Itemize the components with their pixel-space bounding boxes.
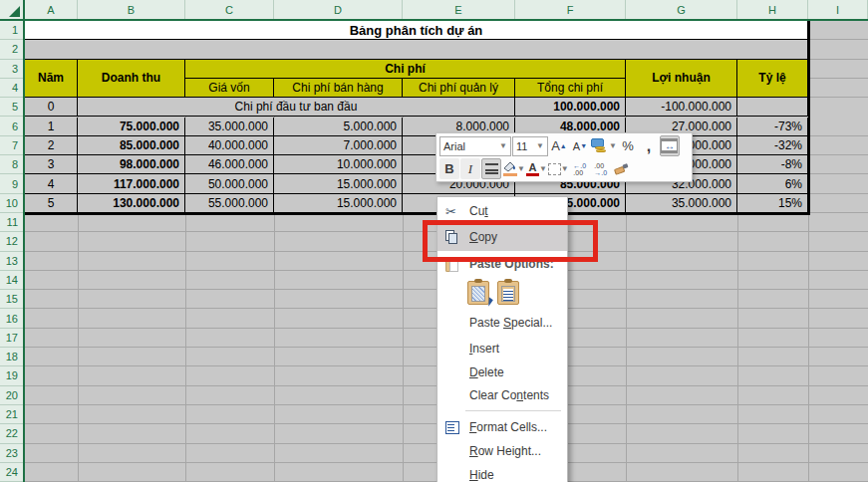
row-header-11[interactable]: 11: [0, 213, 23, 232]
column-header-E[interactable]: E: [403, 0, 515, 19]
table-cell[interactable]: 10.000.000: [274, 155, 403, 174]
row-header-12[interactable]: 12: [0, 232, 23, 251]
font-color-button[interactable]: A ▼: [526, 158, 547, 179]
row-header-20[interactable]: 20: [0, 386, 23, 405]
fill-color-button[interactable]: ▼: [502, 158, 525, 179]
table-spacer-row[interactable]: [25, 40, 808, 59]
menu-item-format-cells[interactable]: Format Cells...: [437, 415, 567, 439]
row-header-17[interactable]: 17: [0, 329, 23, 348]
header-cell-ratio[interactable]: Tỷ lệ: [737, 60, 808, 99]
header-cell-year[interactable]: Năm: [25, 60, 78, 99]
paste-button[interactable]: [497, 281, 519, 305]
row-header-23[interactable]: 23: [0, 444, 23, 463]
shrink-font-button[interactable]: A▼: [570, 135, 590, 156]
font-size-select[interactable]: 11 ▼: [512, 136, 548, 156]
middle-align-button[interactable]: [481, 158, 501, 179]
cell-initial-ratio-empty[interactable]: [737, 98, 808, 117]
column-header-B[interactable]: B: [78, 0, 185, 19]
table-cell[interactable]: 2: [25, 136, 78, 155]
column-header-G[interactable]: G: [626, 0, 737, 19]
font-name-select[interactable]: Arial ▼: [439, 136, 511, 156]
cell-initial-total-cost[interactable]: 100.000.000: [515, 98, 626, 117]
table-cell[interactable]: 40.000.000: [185, 136, 274, 155]
row-header-21[interactable]: 21: [0, 405, 23, 424]
italic-button[interactable]: I: [460, 158, 480, 179]
table-cell[interactable]: 55.000.000: [185, 194, 274, 213]
row-header-10[interactable]: 10: [0, 194, 23, 213]
row-header-9[interactable]: 9: [0, 174, 23, 193]
header-cell-admin-cost[interactable]: Chi phí quản lý: [403, 79, 515, 98]
cell-initial-cost-label[interactable]: Chi phí đầu tư ban đầu: [78, 98, 515, 117]
row-header-1[interactable]: 1: [0, 21, 23, 40]
table-cell[interactable]: 35.000.000: [185, 118, 274, 136]
menu-item-delete[interactable]: Delete: [437, 361, 567, 384]
percent-style-button[interactable]: %: [618, 135, 638, 156]
table-cell[interactable]: 85.000.000: [78, 136, 185, 155]
row-header-5[interactable]: 5: [0, 98, 23, 117]
select-all-corner[interactable]: [0, 0, 25, 21]
table-cell[interactable]: 6%: [737, 174, 808, 193]
borders-button[interactable]: ▼: [548, 158, 569, 179]
column-header-D[interactable]: D: [274, 0, 403, 19]
table-cell[interactable]: 15.000.000: [274, 174, 403, 193]
row-header-8[interactable]: 8: [0, 155, 23, 174]
table-cell[interactable]: 3: [25, 155, 78, 174]
table-cell[interactable]: 98.000.000: [78, 155, 185, 174]
menu-item-row-height[interactable]: Row Height...: [437, 439, 567, 463]
row-header-2[interactable]: 2: [0, 40, 23, 59]
menu-item-hide[interactable]: Hide: [437, 463, 567, 482]
table-cell[interactable]: 5: [25, 194, 78, 213]
table-cell[interactable]: 50.000.000: [185, 174, 274, 193]
table-cell[interactable]: 4: [25, 174, 78, 193]
bold-button[interactable]: B: [439, 158, 459, 179]
decrease-decimal-button[interactable]: .00 →.0: [591, 158, 611, 179]
header-cell-cogs[interactable]: Giá vốn: [185, 79, 274, 98]
menu-item-paste-special[interactable]: Paste Special...: [437, 309, 567, 337]
row-header-18[interactable]: 18: [0, 348, 23, 366]
row-header-19[interactable]: 19: [0, 366, 23, 385]
column-header-H[interactable]: H: [737, 0, 808, 19]
header-cell-cost-group[interactable]: Chi phí: [185, 60, 626, 79]
row-header-15[interactable]: 15: [0, 290, 23, 309]
accounting-format-button[interactable]: ▼: [591, 135, 617, 156]
menu-item-clear-contents[interactable]: Clear Contents: [437, 384, 567, 406]
autofit-button[interactable]: ↔: [660, 135, 680, 156]
row-header-7[interactable]: 7: [0, 136, 23, 155]
table-cell[interactable]: -32%: [737, 136, 808, 155]
comma-style-button[interactable]: ,: [639, 135, 659, 156]
table-cell[interactable]: 15%: [737, 194, 808, 213]
row-header-4[interactable]: 4: [0, 79, 23, 98]
header-cell-total-cost[interactable]: Tổng chi phí: [515, 79, 626, 98]
column-header-F[interactable]: F: [515, 0, 626, 19]
table-cell[interactable]: -8%: [737, 155, 808, 174]
table-title-cell[interactable]: Bảng phân tích dự án: [25, 21, 808, 40]
header-cell-revenue[interactable]: Doanh thu: [78, 60, 185, 99]
column-header-A[interactable]: A: [25, 0, 78, 19]
table-cell[interactable]: 15.000.000: [274, 194, 403, 213]
grow-font-button[interactable]: A▲: [549, 135, 569, 156]
table-cell[interactable]: 130.000.000: [78, 194, 185, 213]
menu-item-insert[interactable]: Insert: [437, 337, 567, 361]
row-header-14[interactable]: 14: [0, 271, 23, 290]
row-header-6[interactable]: 6: [0, 117, 23, 135]
cell-year-0[interactable]: 0: [25, 98, 78, 117]
table-cell[interactable]: 117.000.000: [78, 174, 185, 193]
row-header-16[interactable]: 16: [0, 309, 23, 328]
table-cell[interactable]: -73%: [737, 118, 808, 136]
header-cell-selling-cost[interactable]: Chi phí bán hàng: [274, 79, 403, 98]
paste-keep-formatting-button[interactable]: [467, 281, 489, 305]
header-cell-profit[interactable]: Lợi nhuận: [626, 60, 737, 99]
row-header-3[interactable]: 3: [0, 60, 23, 79]
table-cell[interactable]: 75.000.000: [78, 118, 185, 136]
table-cell[interactable]: 46.000.000: [185, 155, 274, 174]
column-header-C[interactable]: C: [185, 0, 274, 19]
column-header-I[interactable]: I: [808, 0, 868, 19]
row-header-24[interactable]: 24: [0, 463, 23, 482]
table-cell[interactable]: 7.000.000: [274, 136, 403, 155]
row-header-13[interactable]: 13: [0, 252, 23, 271]
table-cell[interactable]: 1: [25, 118, 78, 136]
row-header-22[interactable]: 22: [0, 424, 23, 443]
table-cell[interactable]: 35.000.000: [626, 194, 737, 213]
table-cell[interactable]: 5.000.000: [274, 118, 403, 136]
increase-decimal-button[interactable]: ←.0 .00: [570, 158, 590, 179]
